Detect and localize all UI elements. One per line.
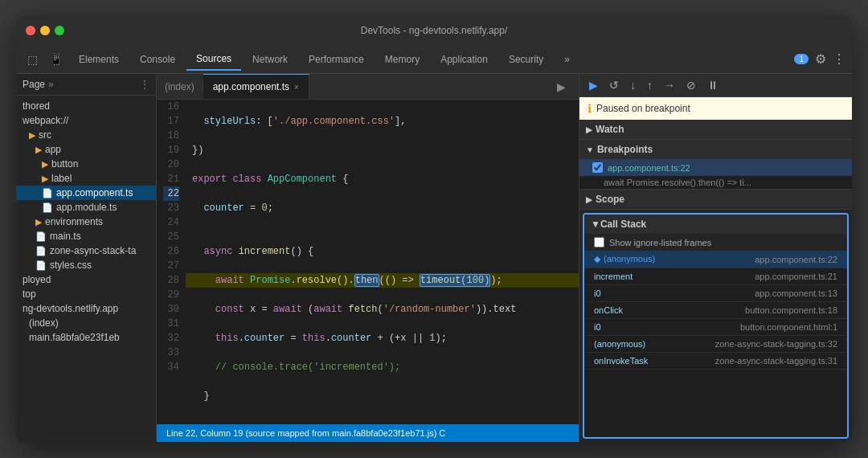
call-stack-item-6[interactable]: onInvokeTask zone-async-stack-tagging.ts…	[584, 353, 847, 370]
breakpoints-header[interactable]: ▼ Breakpoints	[579, 140, 852, 159]
resume-icon[interactable]: ▶	[586, 77, 601, 93]
tree-item-ployed[interactable]: ployed	[16, 272, 156, 287]
call-stack-item-3[interactable]: onClick button.component.ts:18	[584, 302, 847, 319]
tree-item-main[interactable]: 📄 main.ts	[16, 229, 156, 243]
tree-item-app-module[interactable]: 📄 app.module.ts	[16, 200, 156, 215]
tab-more[interactable]: »	[555, 49, 579, 70]
call-stack-header[interactable]: ▼ Call Stack	[584, 215, 847, 234]
editor-tab-app-component[interactable]: app.component.ts ×	[203, 74, 309, 99]
breakpoint-checkbox[interactable]	[592, 162, 603, 173]
tab-performance[interactable]: Performance	[299, 49, 374, 70]
run-icon[interactable]: ▶	[557, 80, 566, 93]
tab-elements[interactable]: Elements	[69, 49, 129, 70]
close-button[interactable]	[26, 26, 35, 35]
call-stack-section: ▼ Call Stack Show ignore-listed frames ◆…	[583, 213, 849, 439]
close-tab-icon[interactable]: ×	[294, 83, 299, 92]
item-label: app.module.ts	[56, 202, 117, 213]
code-line-17: })	[186, 143, 579, 157]
tree-item-index[interactable]: (index)	[16, 316, 156, 330]
editor-tabs: (index) app.component.ts × ▶	[157, 74, 579, 100]
ignore-listed-label: Show ignore-listed frames	[609, 238, 711, 247]
ln-25: 25	[163, 230, 179, 244]
item-label: zone-async-stack-ta	[50, 245, 136, 256]
tab-console[interactable]: Console	[130, 49, 185, 70]
frame-file-6: zone-async-stack-tagging.ts:31	[715, 356, 837, 366]
ln-24: 24	[163, 215, 179, 230]
deactivate-breakpoints-icon[interactable]: ⊘	[683, 77, 699, 93]
call-stack-item-5[interactable]: (anonymous) zone-async-stack-tagging.ts:…	[584, 336, 847, 353]
tree-item-zone[interactable]: 📄 zone-async-stack-ta	[16, 243, 156, 258]
tab-memory[interactable]: Memory	[375, 49, 429, 70]
ln-18: 18	[163, 129, 179, 143]
ln-27: 27	[163, 259, 179, 273]
frame-fn-3: onClick	[594, 305, 623, 315]
tree-item-environments[interactable]: ▶ environments	[16, 215, 156, 229]
file-sidebar: Page » ⋮ thored webpack:// ▶ src ▶ app ▶…	[16, 74, 157, 442]
frame-fn-4: i0	[594, 322, 601, 332]
tree-item-app-component[interactable]: 📄 app.component.ts	[16, 186, 156, 200]
step-icon[interactable]: →	[661, 77, 678, 93]
tree-item-styles[interactable]: 📄 styles.css	[16, 258, 156, 272]
tab-sources[interactable]: Sources	[186, 48, 241, 71]
debug-panel: ▶ ↺ ↓ ↑ → ⊘ ⏸ ℹ Paused on breakpoint ▶ W…	[579, 74, 852, 442]
watch-section: ▶ Watch	[579, 120, 852, 140]
device-icon[interactable]: 📱	[44, 50, 68, 69]
sidebar-title: Page	[23, 79, 45, 90]
item-label: thored	[23, 100, 50, 112]
ts-file-icon: 📄	[42, 188, 53, 198]
item-label: ng-devtools.netlify.app	[23, 303, 118, 314]
call-stack-item-1[interactable]: increment app.component.ts:21	[584, 268, 847, 285]
call-stack-item-4[interactable]: i0 button.component.html:1	[584, 319, 847, 336]
tab-network[interactable]: Network	[243, 49, 297, 70]
scope-section: ▶ Scope	[579, 190, 852, 210]
maximize-button[interactable]	[55, 26, 64, 35]
ignore-listed-checkbox[interactable]	[594, 237, 604, 247]
frame-fn-2: i0	[594, 288, 601, 298]
folder-icon: ▶	[42, 159, 48, 170]
tree-item-src[interactable]: ▶ src	[16, 128, 156, 142]
gear-icon[interactable]: ⚙	[815, 51, 826, 67]
tree-item-label[interactable]: ▶ label	[16, 171, 156, 186]
ln-26: 26	[163, 244, 179, 259]
item-label: app	[45, 144, 61, 155]
tree-item-main-bundle[interactable]: main.fa8bfa0e23f1eb	[16, 330, 156, 345]
tree-item-ng-devtools[interactable]: ng-devtools.netlify.app	[16, 301, 156, 316]
scope-header[interactable]: ▶ Scope	[579, 190, 852, 209]
call-stack-item-2[interactable]: i0 app.component.ts:13	[584, 285, 847, 302]
minimize-button[interactable]	[40, 26, 50, 35]
pause-on-exception-icon[interactable]: ⏸	[704, 77, 722, 93]
step-into-icon[interactable]: ↓	[627, 77, 639, 93]
toolbar-right: 1 ⚙ ⋮	[794, 51, 845, 67]
frame-file-4: button.component.html:1	[740, 322, 837, 332]
status-bar: Line 22, Column 19 (source mapped from m…	[157, 424, 579, 442]
sidebar-expand-icon: »	[48, 79, 54, 90]
tab-application[interactable]: Application	[431, 49, 497, 70]
watch-header[interactable]: ▶ Watch	[579, 120, 852, 139]
more-options-icon[interactable]: ⋮	[833, 51, 845, 67]
breakpoint-item[interactable]: app.component.ts:22	[579, 159, 852, 176]
folder-icon: ▶	[29, 130, 35, 141]
paused-text: Paused on breakpoint	[596, 103, 690, 114]
folder-icon: ▶	[42, 174, 48, 184]
tree-item-thored[interactable]: thored	[16, 99, 156, 113]
breakpoints-section: ▼ Breakpoints app.component.ts:22 await …	[579, 140, 852, 190]
inspect-icon[interactable]: ⬚	[23, 50, 43, 69]
sync-icon[interactable]: ⋮	[140, 79, 149, 90]
editor-tab-index[interactable]: (index)	[157, 81, 203, 92]
tree-item-webpack[interactable]: webpack://	[16, 113, 156, 128]
ln-32: 32	[163, 331, 179, 346]
code-content[interactable]: styleUrls: ['./app.component.css'], }) e…	[186, 100, 579, 424]
ln-34: 34	[163, 360, 179, 374]
step-out-icon[interactable]: ↑	[644, 77, 656, 93]
ignore-listed-row: Show ignore-listed frames	[584, 234, 847, 251]
editor-toolbar-right: ▶	[557, 80, 579, 93]
code-line-18: export class AppComponent {	[186, 172, 579, 186]
code-line-25: // console.trace('incremented');	[186, 360, 579, 374]
step-over-icon[interactable]: ↺	[606, 77, 622, 93]
ln-29: 29	[163, 288, 179, 302]
tree-item-button[interactable]: ▶ button	[16, 157, 156, 171]
tree-item-top[interactable]: top	[16, 287, 156, 301]
call-stack-item-0[interactable]: ◆(anonymous) app.component.ts:22	[584, 251, 847, 268]
tab-security[interactable]: Security	[499, 49, 553, 70]
tree-item-app[interactable]: ▶ app	[16, 142, 156, 157]
